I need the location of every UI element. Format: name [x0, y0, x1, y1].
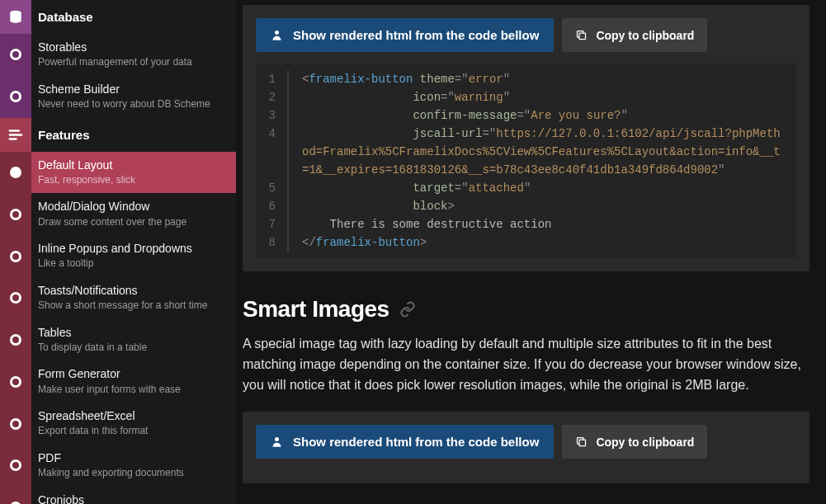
user-icon	[271, 28, 283, 42]
sidebar-item-text: Form GeneratorMake user input forms with…	[31, 360, 236, 403]
sidebar-item-title: Cronjobs	[38, 492, 229, 504]
sidebar-item-desc: Making and exporting documents	[38, 467, 229, 480]
bullet-icon	[0, 277, 31, 319]
sidebar-item[interactable]: Modal/Dialog WindowDraw some content ove…	[0, 193, 236, 235]
sidebar-item[interactable]: CronjobsSchedule jobs for automatic exec…	[0, 487, 236, 504]
sidebar-item[interactable]: Spreadsheet/ExcelExport data in this for…	[0, 403, 236, 445]
features-icon	[0, 118, 31, 152]
sidebar-item[interactable]: TablesTo display data in a table	[0, 319, 236, 361]
section-heading-smart-images: Smart Images	[243, 296, 809, 323]
sidebar-item-desc: Draw some content over the page	[38, 216, 229, 229]
line-number: 6	[256, 197, 289, 215]
heading-text: Smart Images	[243, 296, 389, 323]
sidebar-item-desc: Powerful management of your data	[38, 56, 229, 69]
code-line-2: icon="warning"	[289, 88, 796, 106]
line-number: 8	[256, 233, 289, 252]
sidebar-item-desc: Never need to worry about DB Scheme	[38, 98, 229, 111]
sidebar-item-text: Toasts/NotificationsShow a short message…	[31, 277, 236, 319]
code-line-7: There is some destructive action	[289, 215, 796, 233]
copy-icon	[575, 29, 588, 41]
sidebar-item-title: Modal/Dialog Window	[38, 199, 229, 214]
sidebar-item[interactable]: Form GeneratorMake user input forms with…	[0, 360, 236, 403]
show-rendered-label: Show rendered html from the code bellow	[293, 28, 539, 42]
bullet-icon	[0, 487, 31, 504]
bullet-icon	[0, 76, 31, 118]
code-block: 1<framelix-button theme="error" 2 icon="…	[256, 64, 796, 258]
user-icon	[271, 435, 283, 449]
show-rendered-label: Show rendered html from the code bellow	[293, 435, 539, 449]
sidebar-item-text: Scheme BuilderNever need to worry about …	[31, 76, 236, 118]
sidebar: DatabaseStorablesPowerful management of …	[0, 0, 236, 504]
sidebar-item-desc: Export data in this format	[38, 425, 229, 438]
show-rendered-button[interactable]: Show rendered html from the code bellow	[256, 425, 554, 459]
sidebar-item-title: Scheme Builder	[38, 82, 229, 97]
bullet-icon	[0, 235, 31, 277]
sidebar-item-text: Default LayoutFast, responsive, slick	[31, 152, 236, 194]
sidebar-item-text: Modal/Dialog WindowDraw some content ove…	[31, 193, 236, 235]
sidebar-item[interactable]: Toasts/NotificationsShow a short message…	[0, 277, 236, 319]
bullet-icon	[0, 360, 31, 403]
copy-clipboard-label: Copy to clipboard	[596, 29, 694, 42]
sidebar-item[interactable]: Default LayoutFast, responsive, slick	[0, 152, 236, 194]
bullet-icon	[0, 193, 31, 235]
sidebar-section-label: Features	[31, 118, 236, 152]
sidebar-section-database[interactable]: Database	[0, 0, 236, 34]
sidebar-item-text: StorablesPowerful management of your dat…	[31, 34, 236, 76]
sidebar-item-title: Form Generator	[38, 366, 229, 381]
line-number: 4	[256, 125, 289, 179]
sidebar-item-title: PDF	[38, 450, 229, 465]
sidebar-item-text: TablesTo display data in a table	[31, 319, 236, 361]
copy-icon	[575, 436, 588, 448]
show-rendered-button[interactable]: Show rendered html from the code bellow	[256, 18, 554, 52]
sidebar-item-text: PDFMaking and exporting documents	[31, 445, 236, 487]
panel-toolbar: Show rendered html from the code bellow …	[256, 425, 796, 459]
code-panel-1: Show rendered html from the code bellow …	[243, 5, 809, 271]
code-line-5: target="attached"	[289, 179, 796, 197]
line-number: 3	[256, 106, 289, 125]
sidebar-section-label: Database	[31, 0, 236, 34]
copy-clipboard-button[interactable]: Copy to clipboard	[562, 425, 707, 459]
code-line-1: <framelix-button theme="error"	[289, 70, 796, 88]
sidebar-item-text: Spreadsheet/ExcelExport data in this for…	[31, 403, 236, 445]
code-line-3: confirm-message="Are you sure?"	[289, 106, 796, 125]
sidebar-item-desc: To display data in a table	[38, 341, 229, 355]
copy-clipboard-button[interactable]: Copy to clipboard	[562, 18, 707, 52]
line-number: 5	[256, 179, 289, 197]
link-icon[interactable]	[399, 301, 416, 318]
sidebar-item[interactable]: Inline Popups and DropdownsLike a toolti…	[0, 235, 236, 277]
copy-clipboard-label: Copy to clipboard	[596, 436, 694, 449]
sidebar-item[interactable]: Scheme BuilderNever need to worry about …	[0, 76, 236, 118]
code-panel-2: Show rendered html from the code bellow …	[243, 412, 809, 483]
sidebar-item-title: Inline Popups and Dropdowns	[38, 241, 229, 256]
section-paragraph: A special image tag with lazy loading by…	[243, 334, 809, 395]
sidebar-item-text: CronjobsSchedule jobs for automatic exec…	[31, 487, 236, 504]
sidebar-item-title: Tables	[38, 325, 229, 340]
sidebar-item-title: Default Layout	[38, 158, 229, 172]
sidebar-section-features[interactable]: Features	[0, 118, 236, 152]
svg-rect-3	[9, 138, 17, 140]
svg-point-4	[275, 31, 279, 35]
bullet-icon	[0, 445, 31, 487]
sidebar-item-desc: Fast, responsive, slick	[38, 174, 229, 187]
sidebar-item-desc: Show a short message for a short time	[38, 299, 229, 313]
sidebar-item-title: Storables	[38, 40, 229, 54]
svg-rect-1	[9, 130, 20, 132]
main-content: Show rendered html from the code bellow …	[236, 0, 826, 504]
code-line-8: </framelix-button>	[289, 233, 796, 252]
line-number: 1	[256, 70, 289, 88]
bullet-icon	[0, 319, 31, 361]
sidebar-item-text: Inline Popups and DropdownsLike a toolti…	[31, 235, 236, 277]
sidebar-item-desc: Make user input forms with ease	[38, 384, 229, 397]
database-icon	[0, 0, 31, 34]
bullet-icon	[0, 152, 31, 194]
svg-rect-5	[579, 33, 586, 40]
svg-rect-7	[579, 440, 586, 446]
svg-point-6	[275, 437, 279, 441]
panel-toolbar: Show rendered html from the code bellow …	[256, 18, 796, 52]
sidebar-item[interactable]: PDFMaking and exporting documents	[0, 445, 236, 487]
line-number: 2	[256, 88, 289, 106]
svg-rect-2	[9, 134, 23, 136]
line-number: 7	[256, 215, 289, 233]
bullet-icon	[0, 403, 31, 445]
sidebar-item[interactable]: StorablesPowerful management of your dat…	[0, 34, 236, 76]
